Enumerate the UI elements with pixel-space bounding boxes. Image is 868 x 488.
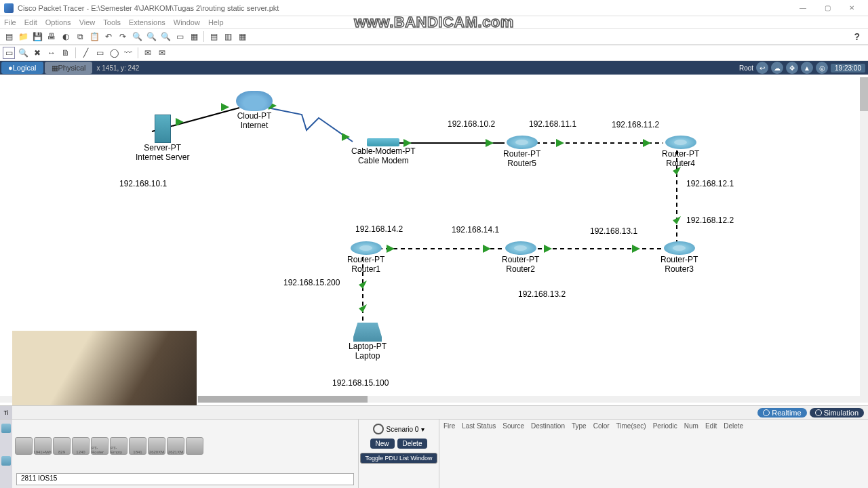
device-cloud[interactable]: Cloud-PTInternet (236, 91, 273, 131)
paste-icon[interactable]: 📋 (88, 30, 100, 43)
complex-pdu-icon[interactable]: ✉ (156, 47, 168, 59)
draw-line-icon[interactable]: ╱ (79, 47, 92, 59)
ip-r1down: 192.168.15.200 (283, 278, 340, 287)
menu-view[interactable]: View (79, 18, 96, 26)
script3-icon[interactable]: ▦ (236, 30, 248, 43)
device-router1[interactable]: Router-PTRouter1 (347, 241, 384, 274)
select-tool-icon[interactable]: ▭ (3, 47, 15, 59)
activity-icon[interactable]: ◐ (60, 30, 72, 43)
window-minimize[interactable]: — (791, 1, 815, 15)
svg-marker-18 (544, 245, 552, 253)
redo-icon[interactable]: ↷ (117, 30, 129, 43)
category-network-icon[interactable] (1, 424, 11, 433)
inspect-icon[interactable]: 🔍 (17, 47, 29, 59)
device-router2[interactable]: Router-PTRouter2 (502, 241, 539, 274)
ip-r5left: 192.168.10.2 (448, 119, 495, 129)
cloud-icon (236, 91, 273, 111)
device-chip[interactable]: 1941HWK (34, 437, 52, 455)
app-icon (4, 3, 14, 13)
delete-icon[interactable]: ✖ (31, 47, 43, 59)
zoom-out-icon[interactable]: 🔍 (145, 30, 157, 43)
zoom-in-icon[interactable]: 🔍 (131, 30, 143, 43)
ip-r2right: 192.168.13.2 (518, 289, 566, 299)
print-icon[interactable]: 🖶 (45, 30, 58, 43)
help-icon[interactable]: ? (854, 31, 865, 42)
draw-freeform-icon[interactable]: 〰 (122, 47, 134, 59)
nav-viewport-icon[interactable]: ◎ (816, 62, 828, 74)
nav-bg-icon[interactable]: ▲ (801, 62, 813, 74)
pdu-col-fire: Fire (443, 422, 455, 430)
pdu-col-delete: Delete (724, 422, 743, 430)
open-file-icon[interactable]: 📁 (17, 30, 29, 43)
tab-physical[interactable]: ▦ Physical (45, 62, 93, 74)
server-icon (155, 115, 171, 143)
scenario-new-button[interactable]: New (370, 439, 395, 449)
device-chip[interactable]: 1240 (72, 437, 90, 455)
mode-realtime[interactable]: Realtime (757, 408, 806, 418)
device-router3[interactable]: Router-PTRouter3 (660, 241, 698, 274)
scenario-select[interactable]: Scenario 0 (387, 426, 419, 433)
pdu-col-num: Num (684, 422, 698, 430)
draw-rect-icon[interactable]: ▭ (94, 47, 106, 59)
zoom-reset-icon[interactable]: 🔍 (159, 30, 172, 43)
svg-marker-10 (342, 133, 350, 141)
device-chip[interactable]: PT-Router (91, 437, 108, 455)
scenario-panel: Scenario 0▾ New Delete Toggle PDU List W… (358, 420, 439, 488)
draw-ellipse-icon[interactable]: ◯ (108, 47, 120, 59)
device-modem[interactable]: Cable-Modem-PTCable Modem (351, 138, 416, 166)
simple-pdu-icon[interactable]: ✉ (142, 47, 154, 59)
nav-back-icon[interactable]: ↩ (756, 62, 768, 74)
note-icon[interactable]: 🗎 (60, 47, 72, 59)
pdu-col-periodic: Periodic (653, 422, 677, 430)
ip-r2left: 192.168.14.1 (452, 225, 499, 235)
new-file-icon[interactable]: ▤ (3, 30, 15, 43)
menu-edit[interactable]: Edit (24, 18, 37, 26)
device-server[interactable]: Server-PTInternet Server (136, 115, 189, 163)
scenario-cycle-icon[interactable] (373, 424, 384, 434)
script2-icon[interactable]: ▥ (222, 30, 234, 43)
router-icon (351, 241, 382, 255)
svg-marker-16 (673, 216, 681, 224)
category-end-icon[interactable] (1, 456, 11, 466)
scenario-delete-button[interactable]: Delete (397, 439, 428, 449)
device-chip[interactable]: 829 (53, 437, 71, 455)
drawing-palette-icon[interactable]: ▭ (174, 30, 186, 43)
canvas-scrollbar-v[interactable] (860, 77, 868, 403)
window-close[interactable]: ✕ (840, 1, 864, 15)
device-chip[interactable]: 2621XM (167, 437, 184, 455)
menu-file[interactable]: File (4, 18, 16, 26)
device-router5[interactable]: Router-PTRouter5 (503, 136, 540, 169)
script-icon[interactable]: ▤ (208, 30, 220, 43)
resize-icon[interactable]: ↔ (45, 47, 58, 59)
mode-bar: Ti Realtime Simulation (0, 405, 868, 419)
device-chip[interactable] (186, 437, 203, 455)
menu-options[interactable]: Options (45, 18, 71, 26)
device-laptop[interactable]: Laptop-PTLaptop (349, 323, 387, 361)
svg-marker-22 (359, 304, 367, 312)
toggle-pdu-list-button[interactable]: Toggle PDU List Window (360, 453, 437, 464)
pdu-col-edit: Edit (705, 422, 717, 430)
pdu-list: Fire Last Status Source Destination Type… (439, 420, 868, 488)
menu-extensions[interactable]: Extensions (129, 18, 165, 26)
device-chip[interactable] (15, 437, 33, 455)
nav-move-icon[interactable]: ✥ (786, 62, 798, 74)
root-label: Root (739, 64, 753, 72)
custom-device-icon[interactable]: ▦ (188, 30, 200, 43)
mode-simulation[interactable]: Simulation (810, 408, 864, 418)
copy-icon[interactable]: ⧉ (74, 30, 86, 43)
device-router4[interactable]: Router-PTRouter4 (662, 136, 699, 169)
device-chip[interactable]: PT-Empty (110, 437, 127, 455)
pdu-col-color: Color (593, 422, 610, 430)
menu-window[interactable]: Window (174, 18, 200, 26)
nav-cluster-icon[interactable]: ☁ (771, 62, 783, 74)
menu-tools[interactable]: Tools (103, 18, 121, 26)
device-chip[interactable]: 1841 (129, 437, 146, 455)
window-maximize[interactable]: ▢ (815, 1, 840, 15)
ip-r3left: 192.168.13.1 (590, 226, 637, 236)
undo-icon[interactable]: ↶ (102, 30, 115, 43)
save-icon[interactable]: 💾 (31, 30, 43, 43)
laptop-icon (353, 323, 382, 342)
tab-logical[interactable]: ● Logical (1, 62, 43, 74)
menu-help[interactable]: Help (208, 18, 224, 26)
device-chip[interactable]: 2620XM (148, 437, 165, 455)
